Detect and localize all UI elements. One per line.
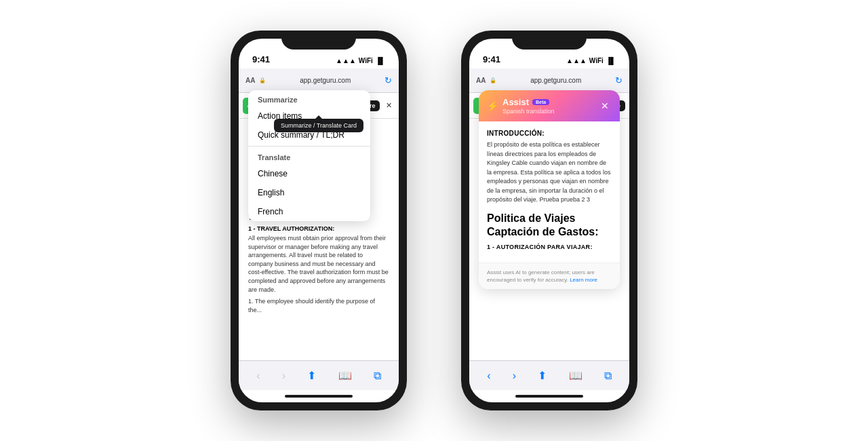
home-indicator-right xyxy=(469,390,629,402)
signal-icon: ▲▲▲ xyxy=(336,57,356,64)
dropdown-divider xyxy=(248,146,370,147)
close-icon: ✕ xyxy=(386,101,392,110)
tabs-nav-btn-right[interactable]: ⧉ xyxy=(604,370,612,382)
signal-icon-right: ▲▲▲ xyxy=(566,57,587,64)
back-nav-btn-right[interactable]: ‹ xyxy=(487,370,490,382)
nav-reload-right[interactable]: ↻ xyxy=(615,75,623,85)
share-nav-btn-left[interactable]: ⬆ xyxy=(307,369,316,382)
translate-section-label: Translate xyxy=(248,148,370,164)
nav-bar-right: AA 🔒 app.getguru.com ↻ xyxy=(469,69,629,93)
nav-bar-left: AA 🔒 app.getguru.com ↻ xyxy=(239,69,399,93)
bottom-nav-left: ‹ › ⬆ 📖 ⧉ xyxy=(239,360,399,390)
dropdown-french[interactable]: French xyxy=(248,202,370,221)
notch-right xyxy=(512,31,587,50)
status-time-right: 9:41 xyxy=(483,54,500,64)
nav-url-left[interactable]: app.getguru.com xyxy=(270,77,380,84)
assist-subtitle: Spanish translation xyxy=(502,108,555,115)
assist-panel: ⚡ Assist Beta Spanish translation ✕ INTR… xyxy=(479,90,620,289)
nav-lock-right: 🔒 xyxy=(490,77,496,83)
wifi-icon-right: WiFi xyxy=(589,57,604,64)
tabs-nav-btn-left[interactable]: ⧉ xyxy=(374,370,381,382)
assist-title-area: Assist Beta Spanish translation xyxy=(502,97,555,115)
back-nav-btn-left[interactable]: ‹ xyxy=(256,370,260,382)
assist-beta-badge: Beta xyxy=(532,99,549,105)
bottom-nav-right: ‹ › ⬆ 📖 ⧉ xyxy=(469,360,629,390)
right-phone: 9:41 ▲▲▲ WiFi ▐▌ AA 🔒 app.getguru.com ↻ … xyxy=(461,31,637,410)
close-icon-right: ✕ xyxy=(601,100,609,111)
nav-aa-left[interactable]: AA xyxy=(245,77,255,84)
nav-url-right[interactable]: app.getguru.com xyxy=(500,77,611,84)
section1-body-left: All employees must obtain prior approval… xyxy=(248,234,389,294)
forward-nav-btn-right[interactable]: › xyxy=(513,370,516,382)
wifi-icon: WiFi xyxy=(359,57,373,64)
assist-close-button[interactable]: ✕ xyxy=(598,99,612,113)
assist-title: Assist xyxy=(502,97,529,107)
left-phone: 9:41 ▲▲▲ WiFi ▐▌ AA 🔒 app.getguru.com ↻ … xyxy=(231,31,407,410)
list-item-left: 1. The employee should identify the purp… xyxy=(248,297,389,314)
assist-translated-title: Politica de Viajes Captación de Gastos: xyxy=(487,212,612,240)
nav-lock-left: 🔒 xyxy=(259,77,266,83)
summarize-section-label: Summarize xyxy=(248,90,370,107)
book-nav-btn-right[interactable]: 📖 xyxy=(569,369,583,382)
assist-body-text: El propósito de esta política es estable… xyxy=(487,140,612,205)
status-icons-left: ▲▲▲ WiFi ▐▌ xyxy=(336,57,385,64)
assist-footer: Assist uses AI to generate content; user… xyxy=(479,263,620,289)
battery-icon-right: ▐▌ xyxy=(606,57,616,64)
assist-body: INTRODUCCIÓN: El propósito de esta polít… xyxy=(479,121,620,263)
home-indicator-left xyxy=(239,390,399,402)
dropdown-chinese[interactable]: Chinese xyxy=(248,164,370,183)
assist-header: ⚡ Assist Beta Spanish translation ✕ xyxy=(479,90,620,121)
nav-reload-left[interactable]: ↻ xyxy=(384,75,392,85)
learn-more-link[interactable]: Learn more xyxy=(570,277,597,283)
assist-subsection: 1 - AUTORIZACIÓN PARA VIAJAR: xyxy=(487,244,612,250)
assist-header-left: ⚡ Assist Beta Spanish translation xyxy=(487,97,555,115)
dropdown-english[interactable]: English xyxy=(248,183,370,202)
nav-aa-right[interactable]: AA xyxy=(476,77,486,84)
notch xyxy=(281,31,356,50)
battery-icon: ▐▌ xyxy=(376,57,385,64)
section1-sub-left: 1 - TRAVEL AUTHORIZATION: xyxy=(248,225,389,232)
status-time-left: 9:41 xyxy=(252,54,270,64)
share-nav-btn-right[interactable]: ⬆ xyxy=(538,369,547,382)
close-button-left[interactable]: ✕ xyxy=(382,98,395,114)
assist-bolt-icon: ⚡ xyxy=(487,100,498,111)
tooltip-left: Summarize / Translate Card xyxy=(274,119,363,132)
book-nav-btn-left[interactable]: 📖 xyxy=(338,369,352,382)
status-icons-right: ▲▲▲ WiFi ▐▌ xyxy=(566,57,616,64)
assist-section-title: INTRODUCCIÓN: xyxy=(487,130,612,137)
dropdown-menu: Summarize Action items Quick summary / T… xyxy=(248,90,370,221)
forward-nav-btn-left[interactable]: › xyxy=(282,370,285,382)
